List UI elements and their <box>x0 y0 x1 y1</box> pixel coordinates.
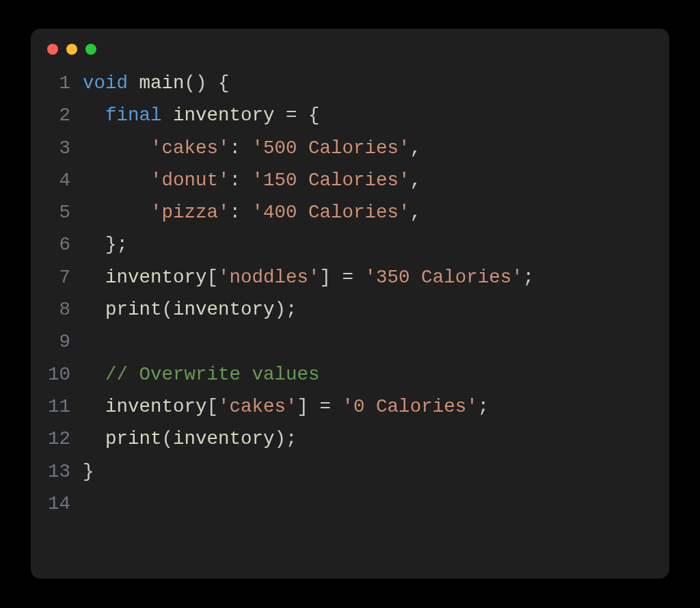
code-token <box>83 105 105 126</box>
code-line: 10 // Overwrite values <box>31 358 669 391</box>
code-line: 6 }; <box>31 228 669 261</box>
code-line: 9 <box>31 326 669 358</box>
code-content: print(inventory); <box>83 423 297 455</box>
code-token: : <box>230 202 252 223</box>
code-token: 'donut' <box>150 170 230 191</box>
code-content: print(inventory); <box>83 293 297 326</box>
code-line: 7 inventory['noddles'] = '350 Calories'; <box>31 261 669 293</box>
code-token: print <box>105 299 162 320</box>
code-token: = { <box>275 105 320 126</box>
code-token: // Overwrite values <box>105 364 320 385</box>
line-number: 3 <box>31 132 83 164</box>
code-token: '350 Calories' <box>365 267 523 288</box>
code-line: 1void main() { <box>31 67 669 99</box>
code-token: 'cakes' <box>218 396 297 417</box>
code-token: }; <box>83 234 128 255</box>
line-number: 2 <box>31 99 83 131</box>
code-token: ; <box>523 267 535 288</box>
code-token: inventory <box>173 428 275 449</box>
code-token <box>83 396 105 417</box>
code-token: , <box>410 202 422 223</box>
code-token: , <box>410 170 422 191</box>
code-token: ; <box>478 396 489 417</box>
code-content: }; <box>83 228 128 261</box>
code-line: 8 print(inventory); <box>31 293 669 326</box>
code-token <box>83 202 150 223</box>
code-content: inventory['noddles'] = '350 Calories'; <box>83 261 534 293</box>
code-content: 'pizza': '400 Calories', <box>83 196 421 228</box>
code-line: 14 <box>31 488 669 520</box>
code-editor[interactable]: 1void main() {2 final inventory = {3 'ca… <box>31 62 669 520</box>
code-token <box>83 137 150 159</box>
code-line: 2 final inventory = { <box>31 99 669 131</box>
code-token: '0 Calories' <box>342 396 478 417</box>
code-token: inventory <box>173 105 275 126</box>
code-content: void main() { <box>83 67 230 99</box>
code-token: ); <box>275 299 297 320</box>
code-content: 'cakes': '500 Calories', <box>83 132 421 164</box>
code-content: 'donut': '150 Calories', <box>83 164 421 196</box>
code-token: 'pizza' <box>150 202 230 223</box>
line-number: 5 <box>31 196 83 228</box>
line-number: 4 <box>31 164 83 196</box>
code-token: inventory <box>105 267 207 288</box>
code-token: void <box>83 72 128 94</box>
line-number: 7 <box>31 261 83 293</box>
code-token: : <box>230 137 252 159</box>
code-token <box>128 72 139 94</box>
code-token: [ <box>207 396 219 417</box>
code-content: // Overwrite values <box>83 358 320 391</box>
code-token: : <box>230 170 252 191</box>
line-number: 1 <box>31 67 83 99</box>
code-token: inventory <box>173 299 275 320</box>
code-token: ] = <box>320 267 365 288</box>
code-token: ( <box>162 299 174 320</box>
code-token: () { <box>185 72 230 94</box>
code-token: '400 Calories' <box>252 202 410 223</box>
line-number: 10 <box>31 358 83 391</box>
code-line: 11 inventory['cakes'] = '0 Calories'; <box>31 391 669 423</box>
code-token: [ <box>207 267 219 288</box>
window-titlebar <box>31 29 669 62</box>
line-number: 8 <box>31 293 83 326</box>
code-line: 13} <box>31 455 669 488</box>
line-number: 11 <box>31 391 83 423</box>
code-token <box>83 364 105 385</box>
code-line: 3 'cakes': '500 Calories', <box>31 132 669 164</box>
code-content: } <box>83 455 94 488</box>
line-number: 13 <box>31 455 83 488</box>
maximize-icon[interactable] <box>85 44 96 55</box>
code-token: } <box>83 461 94 482</box>
code-token: 'noddles' <box>218 267 320 288</box>
code-token: main <box>139 72 185 94</box>
code-line: 5 'pizza': '400 Calories', <box>31 196 669 228</box>
line-number: 12 <box>31 423 83 455</box>
code-token: ); <box>275 428 297 449</box>
code-token: print <box>105 428 162 449</box>
code-token <box>83 170 150 191</box>
line-number: 9 <box>31 326 83 358</box>
line-number: 6 <box>31 228 83 261</box>
code-token <box>83 428 105 449</box>
code-token: , <box>410 137 422 159</box>
code-line: 12 print(inventory); <box>31 423 669 455</box>
code-token <box>83 267 105 288</box>
line-number: 14 <box>31 488 83 520</box>
code-line: 4 'donut': '150 Calories', <box>31 164 669 196</box>
code-token: 'cakes' <box>150 137 230 159</box>
code-token: '500 Calories' <box>252 137 410 159</box>
code-token: ] = <box>297 396 342 417</box>
code-token: '150 Calories' <box>252 170 410 191</box>
code-token <box>162 105 174 126</box>
code-token <box>83 299 105 320</box>
code-content: final inventory = { <box>83 99 320 131</box>
code-window: 1void main() {2 final inventory = {3 'ca… <box>31 29 669 579</box>
code-token: inventory <box>105 396 207 417</box>
code-token: final <box>105 105 162 126</box>
code-content: inventory['cakes'] = '0 Calories'; <box>83 391 489 423</box>
close-icon[interactable] <box>47 44 58 55</box>
code-token: ( <box>162 428 174 449</box>
minimize-icon[interactable] <box>66 44 77 55</box>
